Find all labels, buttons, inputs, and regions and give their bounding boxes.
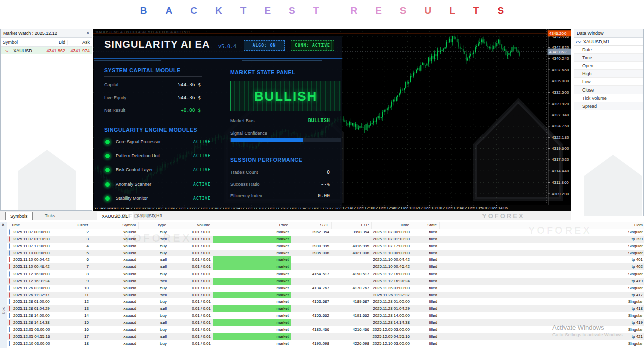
cell-icon (7, 263, 13, 270)
table-row[interactable]: 2025.11.26 11:32:3711xauusdsell0.01 / 0.… (7, 292, 644, 299)
cell-sl: 4134.767 (291, 285, 332, 292)
table-row[interactable]: 2025.11.28 01:04:2913xauusdsell0.01 / 0.… (7, 305, 644, 312)
market-state-header: MARKET STATE PANEL (230, 69, 295, 75)
title-letter: S (497, 5, 504, 16)
column-header-symbol[interactable]: Symbol (91, 222, 139, 229)
cell-price: market (213, 326, 291, 333)
svg-text:4322.180: 4322.180 (552, 135, 569, 140)
table-row[interactable]: 2025.11.26 03:00:0010xauusdbuy0.01 / 0.0… (7, 285, 644, 292)
table-row[interactable]: 2025.11.07 01:10:303xauusdsell0.01 / 0.0… (7, 236, 644, 243)
column-header-state[interactable]: State (412, 222, 440, 229)
table-row[interactable]: 2025.11.28 14:00:0014xauusdbuy0.01 / 0.0… (7, 312, 644, 319)
cell-comment: Singular (440, 312, 644, 319)
table-row[interactable]: 2025.11.10 00:04:426xauusdsell0.01 / 0.0… (7, 256, 644, 263)
column-header-time[interactable]: Time (372, 222, 412, 229)
cell-symbol: xauusd (91, 298, 139, 305)
module-name: Stability Monitor (116, 196, 193, 201)
column-header-price[interactable]: Price (213, 222, 291, 229)
cell-tp (332, 278, 372, 285)
table-row[interactable]: 2025.11.10 00:46:427xauusdsell0.01 / 0.0… (7, 263, 644, 270)
efficiency-index-label: Efficiency Index (230, 193, 262, 198)
cell-time: 2025.11.10 00:46:42 (13, 263, 61, 270)
cell-price: market (213, 319, 291, 326)
cell-type: buy (139, 285, 169, 292)
cell-icon (7, 250, 13, 257)
column-bid[interactable]: Bid (44, 40, 67, 45)
cell-volume: 0.01 / 0.01 (169, 256, 213, 263)
column-ask[interactable]: Ask (67, 40, 92, 45)
column-symbol[interactable]: Symbol (1, 40, 44, 45)
table-row[interactable]: 2025.12.10 03:00:0018xauusdbuy0.01 / 0.0… (7, 340, 644, 347)
table-row[interactable]: 2025.11.07 17:00:004xauusdbuy0.01 / 0.01… (7, 243, 644, 250)
cell-comment: tp 419 (440, 319, 644, 326)
tab-symbols[interactable]: Symbols (5, 212, 33, 220)
order-doc-icon (9, 292, 10, 298)
cell-volume: 0.01 / 0.01 (169, 298, 213, 305)
title-letter: T (313, 5, 319, 16)
cell-symbol: xauusd (91, 278, 139, 285)
cell-symbol: xauusd (91, 333, 139, 340)
symbol-row-xauusd[interactable]: ↘ XAUUSD 4341.862 4341.974 (1, 47, 92, 54)
title-letter: B (140, 5, 147, 16)
cell-symbol: xauusd (91, 292, 139, 299)
cell-symbol: xauusd (91, 270, 139, 278)
cell-time: 2025.11.10 00:04:42 (13, 256, 61, 263)
close-icon[interactable]: × (2, 223, 4, 227)
column-header-volume[interactable]: Volume (169, 222, 213, 229)
cell-price: market (213, 298, 291, 305)
table-row[interactable]: 2025.11.10 00:00:005xauusdbuy0.01 / 0.01… (7, 250, 644, 257)
table-row[interactable]: 2025.11.12 16:31:249xauusdsell0.01 / 0.0… (7, 278, 644, 285)
module-name: Core Signal Processor (116, 139, 193, 144)
connection-status-button[interactable]: CONN: ACTIVE (291, 40, 334, 51)
data-window-field-row: Tick Volume (574, 94, 643, 102)
cell-order: 17 (61, 333, 91, 340)
cell-type: sell (139, 263, 169, 270)
cell-order: 3 (61, 236, 91, 243)
cell-state: filled (412, 270, 440, 278)
cell-price: market (213, 236, 291, 243)
title-letter: L (449, 5, 455, 16)
cell-order: 5 (61, 250, 91, 257)
net-result-label: Net Result (104, 108, 125, 113)
table-row[interactable]: 2025.11.12 16:00:008xauusdbuy0.01 / 0.01… (7, 270, 644, 278)
cell-time: 2025.11.28 14:14:38 (13, 319, 61, 326)
cell-sl (291, 256, 332, 263)
column-header-order[interactable]: Order (61, 222, 91, 229)
field-label: Open (574, 63, 621, 68)
market-watch-title: Market Watch : 2025.12.12 (3, 31, 86, 36)
success-ratio-value: --% (285, 181, 330, 187)
chart-area[interactable]: 4345.4004342.8204340.2404337.6604335.080… (93, 29, 571, 211)
algo-status-button[interactable]: ALGO: ON (244, 40, 285, 51)
tab-ticks[interactable]: Ticks (40, 212, 60, 219)
bottom-tab-strip: Symbols Ticks XAUUSD,M1 XAUUSD,H1 YOFORE… (0, 211, 571, 220)
cell-time2: 2025.11.10 00:04:42 (372, 256, 412, 263)
svg-text:4319.600: 4319.600 (552, 146, 569, 151)
table-row[interactable]: 2025.12.05 04:55:1617xauusdsell0.01 / 0.… (7, 333, 644, 340)
cell-price: market (213, 229, 291, 236)
cell-time: 2025.11.12 16:31:24 (13, 278, 61, 285)
cell-icon (7, 333, 13, 340)
cell-symbol: xauusd (91, 326, 139, 333)
cell-state: filled (412, 285, 440, 292)
table-row[interactable]: 2025.12.05 03:00:0016xauusdbuy0.01 / 0.0… (7, 326, 644, 333)
field-label: Time (574, 55, 621, 60)
cell-tp (332, 292, 372, 299)
cell-volume: 0.01 / 0.01 (169, 278, 213, 285)
chart-line-icon (576, 39, 582, 44)
column-header-tp[interactable]: T / P (332, 222, 372, 229)
column-header-type[interactable]: Type (139, 222, 169, 229)
table-row[interactable]: 2025.11.28 14:14:3815xauusdsell0.01 / 0.… (7, 319, 644, 326)
field-label: Tick Volume (574, 96, 621, 101)
svg-text:4324.760: 4324.760 (552, 124, 569, 128)
table-row[interactable]: 2025.11.28 01:00:0012xauusdbuy0.01 / 0.0… (7, 298, 644, 305)
cell-type: buy (139, 250, 169, 257)
data-window-field-row: Close (574, 86, 643, 94)
svg-text:4340.240: 4340.240 (552, 56, 569, 61)
live-equity-label: Live Equity (104, 95, 126, 100)
market-bias-label: Market Bias (230, 118, 255, 123)
column-header-sl[interactable]: S / L (291, 222, 332, 229)
close-icon[interactable]: × (86, 31, 89, 36)
column-header-time[interactable]: Time (7, 222, 61, 229)
cell-type: sell (139, 305, 169, 312)
yoforex-watermark: YOFOREX (116, 212, 158, 220)
